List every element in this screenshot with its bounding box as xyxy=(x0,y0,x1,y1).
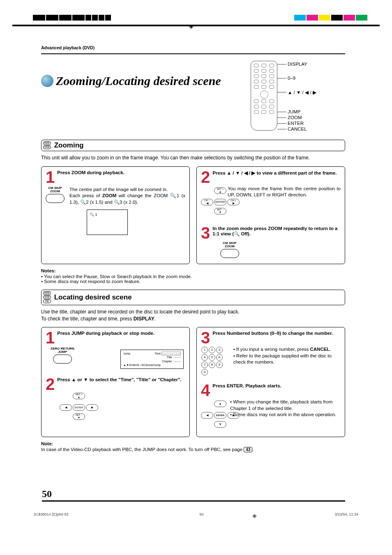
step-number: 4 xyxy=(201,383,210,397)
nav-pad-graphic: SET +▲ CH –◀ ENTER CH +▶ SET –▼ xyxy=(201,187,224,217)
zoom-button-graphic-2: CM SKIP ZOOM xyxy=(217,242,242,258)
zoom-button-graphic: CM SKIP ZOOM xyxy=(46,187,65,206)
footer-meta: 2C$3601A (E)p50-53 50 ◈ 3/10/04, 11:34 xyxy=(34,512,358,516)
main-title-wrap: Zooming/Locating desired scene xyxy=(41,74,221,88)
header-underline xyxy=(41,53,345,54)
locate-step3-4-box: 3 Press Numbered buttons (0–9) to change… xyxy=(196,327,345,437)
zoom-screen-display: 🔍 1 xyxy=(87,210,128,235)
nav-pad-graphic: ▲ ◀ ENTER ▶ ▼ xyxy=(201,401,226,430)
page-ref-badge: 43 xyxy=(244,447,252,452)
remote-label-jump: JUMP xyxy=(288,109,300,114)
locating-steps: 1 Press JUMP during playback or stop mod… xyxy=(41,327,345,437)
nav-pad-graphic: SET +▲ ◀ ENTER ▶ SET –▼ xyxy=(60,393,97,422)
locate-step1-title: Press JUMP during playback or stop mode. xyxy=(57,331,154,336)
footer-right: 3/10/04, 11:34 xyxy=(334,512,358,516)
remote-label-enter: ENTER xyxy=(288,121,304,126)
disc-badge-zooming: DVD VCD xyxy=(43,141,51,150)
section-header-locating: DVD VCD CD Locating desired scene xyxy=(41,290,345,305)
note-body: In case of the Video-CD playback with PB… xyxy=(41,447,345,452)
note-title: Note: xyxy=(41,441,345,446)
content-area: Advanced playback (DVD) Zooming/Locating… xyxy=(41,45,345,458)
zooming-intro: This unit will allow you to zoom in on t… xyxy=(41,154,345,161)
footer-left: 2C$3601A (E)p50-53 xyxy=(34,512,69,516)
zoom-step2-3-box: 2 Press ▲ / ▼ / ◀ / ▶ to view a differen… xyxy=(196,166,345,264)
title-row: Zooming/Locating desired scene DISPLAY xyxy=(41,61,345,135)
jump-osd-display: Jump Time – – : – – : – – Title : – – – … xyxy=(120,350,184,368)
zoom-step1-title: Press ZOOM during playback. xyxy=(57,170,125,175)
footer-center: 50 xyxy=(199,512,203,516)
crop-line-top xyxy=(12,25,380,26)
remote-diagram: DISPLAY 0–9 ▲ / ▼ / ◀ / ▶ JUMP ZOOM ENTE… xyxy=(251,61,345,135)
locate-step2-title: Press ▲ or ▼ to select the "Time", "Titl… xyxy=(57,377,181,382)
remote-label-arrows: ▲ / ▼ / ◀ / ▶ xyxy=(288,90,316,95)
zoom-step1-body-a: The centre part of the image will be zoo… xyxy=(69,187,168,192)
notes-list: • You can select the Pause, Slow or Sear… xyxy=(41,274,345,284)
title-ornament-circle xyxy=(41,75,53,87)
crop-marks-right xyxy=(294,15,367,21)
locate-step1-box: 1 Press JUMP during playback or stop mod… xyxy=(41,327,190,437)
zoom-step2-body: You may move the frame from the centre p… xyxy=(228,186,341,219)
section-breadcrumb: Advanced playback (DVD) xyxy=(41,45,345,50)
remote-outline xyxy=(251,61,277,131)
step-number: 2 xyxy=(201,170,210,184)
crop-marks-left xyxy=(33,15,111,21)
remote-label-display: DISPLAY xyxy=(288,62,307,67)
section-title-locating: Locating desired scene xyxy=(54,293,132,302)
step-number: 3 xyxy=(201,226,210,240)
step-number: 2 xyxy=(46,377,55,391)
locating-intro: Use the title, chapter and time recorded… xyxy=(41,309,345,322)
register-mark-top: ◈ xyxy=(189,23,194,30)
step-number: 3 xyxy=(201,331,210,345)
notes-title: Notes: xyxy=(41,268,345,273)
zoom-step3-title: In the zoom mode press ZOOM repeatedly t… xyxy=(212,226,341,237)
page: ◈ Advanced playback (DVD) Zooming/Locati… xyxy=(0,0,392,555)
locate-step3-title: Press Numbered buttons (0–9) to change t… xyxy=(212,331,333,336)
zoom-step2-title: Press ▲ / ▼ / ◀ / ▶ to view a different … xyxy=(212,170,337,176)
step-number: 1 xyxy=(46,331,55,345)
remote-label-zoom: ZOOM xyxy=(288,115,302,120)
zoom-step1-box: 1 Press ZOOM during playback. CM SKIP ZO… xyxy=(41,166,190,264)
zooming-steps: 1 Press ZOOM during playback. CM SKIP ZO… xyxy=(41,166,345,264)
step-number: 1 xyxy=(46,170,55,184)
number-buttons-graphic: 123 456 7890 xyxy=(201,346,229,376)
disc-badge-locating: DVD VCD CD xyxy=(43,291,51,304)
page-title: Zooming/Locating desired scene xyxy=(56,74,221,88)
page-number: 50 xyxy=(42,488,345,502)
locate-step4-title: Press ENTER. Playback starts. xyxy=(212,383,281,388)
jump-button-graphic: ZERO RETURN JUMP xyxy=(46,347,79,364)
section-title-zooming: Zooming xyxy=(54,141,84,150)
remote-label-digits: 0–9 xyxy=(288,76,295,81)
section-header-zooming: DVD VCD Zooming xyxy=(41,140,345,151)
remote-label-cancel: CANCEL xyxy=(288,127,307,131)
register-mark-bottom: ◈ xyxy=(252,512,257,519)
